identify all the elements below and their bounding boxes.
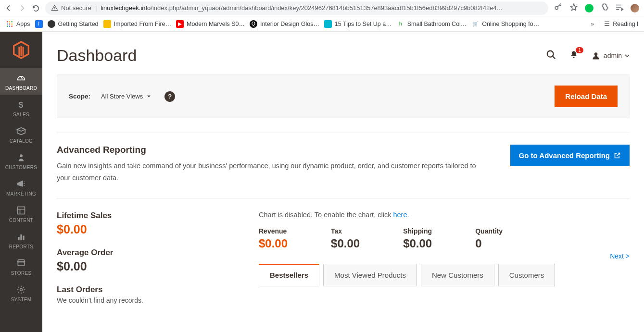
layout-icon — [15, 205, 27, 216]
security-warning-icon: Not secure — [51, 4, 91, 12]
bookmark-imported[interactable]: Imported From Fire… — [103, 20, 171, 28]
reload-button[interactable] — [32, 4, 39, 12]
metric-revenue-label: Revenue — [259, 227, 288, 235]
bookmark-modern-marvels[interactable]: ▶Modern Marvels S0… — [176, 20, 245, 28]
sidebar-item-marketing[interactable]: MARKETING — [0, 174, 42, 200]
bar-chart-icon — [15, 232, 27, 242]
bookmark-getting-started[interactable]: Getting Started — [48, 20, 99, 28]
apps-grid-icon — [6, 20, 13, 28]
dollar-icon: $ — [15, 99, 27, 110]
sidebar-item-label: SALES — [13, 112, 29, 117]
reload-data-button[interactable]: Reload Data — [555, 86, 618, 107]
chart-disabled-message: Chart is disabled. To enable the chart, … — [259, 211, 630, 219]
sidebar-item-stores[interactable]: STORES — [0, 253, 42, 280]
forward-button[interactable] — [18, 4, 26, 12]
playlist-icon[interactable] — [615, 3, 624, 13]
facebook-icon: f — [35, 20, 43, 28]
svg-point-11 — [20, 154, 23, 157]
svg-rect-14 — [20, 234, 22, 240]
tabs: Next > Bestsellers Most Viewed Products … — [259, 264, 630, 286]
sidebar-item-label: DASHBOARD — [5, 86, 37, 91]
tab-bestsellers[interactable]: Bestsellers — [259, 264, 319, 286]
tab-most-viewed[interactable]: Most Viewed Products — [323, 264, 417, 286]
account-menu[interactable]: admin — [591, 51, 630, 61]
svg-point-16 — [20, 289, 23, 291]
globe-icon — [48, 20, 55, 28]
reading-list-icon: ☰ — [604, 20, 610, 27]
key-icon[interactable] — [554, 3, 563, 13]
svg-rect-13 — [18, 237, 19, 240]
extensions-icon[interactable] — [600, 3, 608, 13]
lifetime-sales-label: Lifetime Sales — [57, 211, 249, 221]
svg-point-9 — [11, 25, 13, 27]
last-orders-label: Last Orders — [57, 285, 249, 295]
bookmark-interior-design[interactable]: QInterior Design Glos… — [250, 20, 319, 28]
sidebar-item-system[interactable]: SYSTEM — [0, 280, 42, 306]
back-button[interactable] — [5, 4, 13, 12]
url-text: linuxtechgeek.info/index.php/admin_yquao… — [101, 4, 503, 12]
sidebar-item-label: REPORTS — [9, 244, 33, 249]
search-icon[interactable] — [546, 49, 556, 62]
star-icon[interactable] — [569, 3, 578, 13]
enable-chart-link[interactable]: here — [393, 211, 407, 219]
metric-quantity-label: Quantity — [475, 227, 503, 235]
bookmark-shopping[interactable]: 🛒Online Shopping fo… — [471, 20, 539, 28]
sidebar-item-label: STORES — [11, 271, 32, 276]
external-link-icon — [614, 152, 621, 159]
next-link[interactable]: Next > — [610, 252, 630, 260]
metric-quantity-value: 0 — [475, 237, 503, 250]
account-username: admin — [604, 52, 622, 60]
tab-new-customers[interactable]: New Customers — [421, 264, 494, 286]
metric-shipping-value: $0.00 — [403, 237, 432, 250]
scope-selector[interactable]: All Store Views — [101, 93, 151, 100]
sidebar-item-label: CONTENT — [9, 218, 33, 223]
sidebar-item-catalog[interactable]: CATALOG — [0, 121, 42, 148]
lifetime-sales-value: $0.00 — [57, 222, 249, 236]
metric-revenue-value: $0.00 — [259, 237, 288, 250]
reading-list-button[interactable]: ☰Reading l — [604, 20, 638, 27]
svg-text:$: $ — [19, 100, 24, 110]
sidebar-item-label: SYSTEM — [11, 297, 32, 302]
bookmark-bathroom[interactable]: hSmall Bathroom Col… — [397, 20, 467, 28]
megaphone-icon — [15, 179, 27, 189]
bookmark-tips[interactable]: 15 Tips to Set Up a… — [324, 20, 392, 28]
metrics-row: Revenue $0.00 Tax $0.00 Shipping $0.00 Q… — [259, 227, 630, 250]
sidebar-item-sales[interactable]: $ SALES — [0, 95, 42, 121]
svg-point-6 — [11, 23, 13, 25]
page-title: Dashboard — [57, 46, 137, 65]
svg-point-7 — [7, 25, 8, 27]
svg-point-17 — [547, 50, 554, 57]
address-bar[interactable]: Not secure | linuxtechgeek.info/index.ph… — [45, 1, 548, 15]
apps-button[interactable]: Apps — [6, 20, 30, 28]
sidebar-item-reports[interactable]: REPORTS — [0, 227, 42, 253]
sidebar-item-content[interactable]: CONTENT — [0, 200, 42, 227]
metric-tax-label: Tax — [331, 227, 360, 235]
svg-point-2 — [9, 21, 11, 23]
bookmark-facebook[interactable]: f — [35, 20, 43, 28]
triangle-down-icon — [147, 94, 151, 98]
notifications-button[interactable]: 1 — [569, 50, 579, 61]
tips-icon — [324, 20, 332, 28]
box-icon — [15, 126, 27, 136]
magento-logo[interactable] — [0, 32, 42, 68]
svg-point-8 — [9, 25, 11, 27]
browser-toolbar: Not secure | linuxtechgeek.info/index.ph… — [0, 0, 644, 16]
gauge-icon — [15, 73, 27, 84]
chevron-down-icon — [625, 53, 630, 58]
gear-icon — [15, 284, 27, 295]
scope-bar: Scope: All Store Views ? Reload Data — [57, 74, 630, 118]
help-tooltip-icon[interactable]: ? — [164, 91, 175, 102]
bookmarks-overflow[interactable]: » — [591, 21, 594, 27]
extension-grammarly-icon[interactable] — [585, 4, 593, 12]
scope-label: Scope: — [69, 93, 90, 100]
folder-icon — [103, 20, 111, 28]
svg-rect-15 — [23, 236, 24, 240]
profile-avatar[interactable] — [631, 4, 639, 12]
svg-rect-12 — [18, 207, 25, 214]
not-secure-label: Not secure — [61, 4, 91, 12]
sidebar-item-dashboard[interactable]: DASHBOARD — [0, 68, 42, 95]
main-content: Dashboard 1 admin Scope: All Store Views — [42, 32, 644, 332]
tab-customers[interactable]: Customers — [498, 264, 556, 286]
go-to-advanced-reporting-button[interactable]: Go to Advanced Reporting — [510, 145, 630, 166]
sidebar-item-customers[interactable]: CUSTOMERS — [0, 148, 42, 174]
